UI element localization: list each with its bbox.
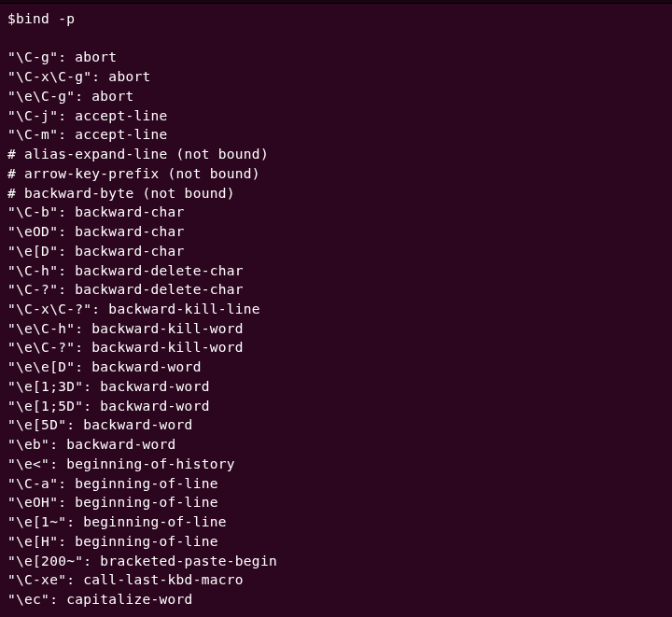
terminal-line: "\C-x\C-g": abort	[7, 67, 665, 87]
terminal-line: # backward-byte (not bound)	[7, 184, 665, 203]
terminal-line: "\eOD": backward-char	[7, 222, 665, 242]
terminal-line: "\C-b": backward-char	[7, 203, 665, 222]
terminal-line: "\e\C-g": abort	[7, 87, 665, 106]
terminal-line: "\C-j": accept-line	[7, 106, 665, 126]
terminal-line: "\C-xe": call-last-kbd-macro	[7, 570, 665, 590]
terminal-line: "\e\e[D": backward-word	[7, 358, 665, 377]
terminal-line: "\C-?": backward-delete-char	[7, 280, 665, 300]
terminal-line: "\e[1;5D": backward-word	[7, 397, 665, 416]
terminal-line: "\C-x\C-?": backward-kill-line	[7, 300, 665, 319]
terminal-line: "\C-h": backward-delete-char	[7, 261, 665, 281]
terminal-line: "\C-m": accept-line	[7, 125, 665, 145]
terminal-line: "\e<": beginning-of-history	[7, 455, 665, 474]
terminal-line: # arrow-key-prefix (not bound)	[7, 164, 665, 184]
terminal-output[interactable]: $bind -p"\C-g": abort"\C-x\C-g": abort"\…	[0, 4, 672, 617]
terminal-line: "\C-a": beginning-of-line	[7, 474, 665, 494]
terminal-blank-line	[7, 29, 665, 49]
terminal-line: "\e[5D": backward-word	[7, 415, 665, 435]
terminal-line: "\eb": backward-word	[7, 435, 665, 455]
terminal-line: "\e[1;3D": backward-word	[7, 377, 665, 397]
terminal-command: $bind -p	[7, 9, 665, 29]
terminal-line: "\e[200~": bracketed-paste-begin	[7, 552, 665, 571]
terminal-line: "\C-g": abort	[7, 48, 665, 67]
terminal-line: "\e[H": beginning-of-line	[7, 532, 665, 552]
terminal-line: "\e[1~": beginning-of-line	[7, 512, 665, 532]
terminal-line: "\eOH": beginning-of-line	[7, 493, 665, 512]
terminal-line: "\e\C-h": backward-kill-word	[7, 319, 665, 339]
terminal-line: "\ec": capitalize-word	[7, 590, 665, 610]
terminal-line: "\e[D": backward-char	[7, 242, 665, 261]
terminal-line: "\e\C-?": backward-kill-word	[7, 338, 665, 358]
terminal-line: # alias-expand-line (not bound)	[7, 145, 665, 164]
